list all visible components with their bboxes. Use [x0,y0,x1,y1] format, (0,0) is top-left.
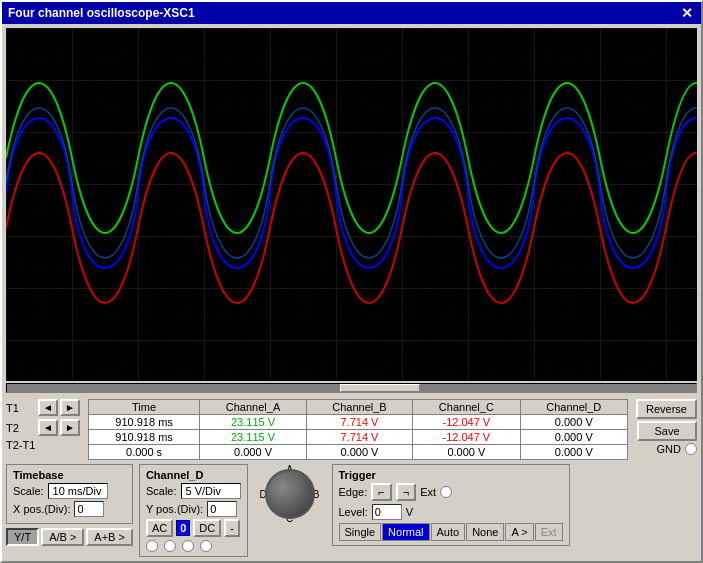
bottom-controls: Timebase Scale: 10 ms/Div X pos.(Div): Y… [6,464,697,557]
t1-row: T1 ◄ ► [6,399,80,416]
table-row-t1: 910.918 ms 23.115 V 7.714 V -12.047 V 0.… [88,415,627,430]
aplusb-button[interactable]: A+B > [86,528,133,546]
title-bar: Four channel oscilloscope-XSC1 ✕ [2,2,701,24]
measurement-table: Time Channel_A Channel_B Channel_C Chann… [88,399,628,460]
t1-left-button[interactable]: ◄ [38,399,58,416]
radio-2[interactable] [164,540,176,552]
t2t1-ch-b: 0.000 V [306,445,412,460]
t1-ch-c: -12.047 V [413,415,520,430]
ch-d-ypos-input[interactable] [207,501,237,517]
controls-area: T1 ◄ ► T2 ◄ ► T2-T1 Time Chan [2,395,701,561]
ext-label: Ext [420,486,436,498]
yt-button[interactable]: Y/T [6,528,39,546]
knob-container: A B C D [260,464,320,524]
ch-d-scale-label: Scale: [146,485,177,497]
zero-button[interactable]: 0 [176,520,190,536]
t2-label: T2 [6,422,36,434]
gnd-row: GND [657,443,697,455]
close-button[interactable]: ✕ [679,5,695,21]
radio-1[interactable] [146,540,158,552]
t2-ch-b: 7.714 V [306,430,412,445]
t1-ch-b: 7.714 V [306,415,412,430]
channel-d-box: Channel_D Scale: 5 V/Div Y pos.(Div): AC… [139,464,248,557]
scrollbar-area [2,381,701,395]
normal-button[interactable]: Normal [382,523,429,541]
scale-value: 10 ms/Div [48,483,108,499]
channel-d-label: Channel_D [146,469,241,481]
t2t1-ch-d: 0.000 V [520,445,627,460]
t2-time: 910.918 ms [88,430,200,445]
cursor-controls: T1 ◄ ► T2 ◄ ► T2-T1 [6,399,80,460]
channel-radios [146,540,241,552]
level-input[interactable] [372,504,402,520]
window-title: Four channel oscilloscope-XSC1 [8,6,195,20]
t2-ch-a: 23.115 V [200,430,306,445]
t1-ch-a: 23.115 V [200,415,306,430]
scale-label: Scale: [13,485,44,497]
trigger-box: Trigger Edge: ⌐ ¬ Ext Level: V Single [332,464,570,546]
channel-knob-area: A B C D [260,464,320,524]
edge-row: Edge: ⌐ ¬ Ext [339,483,563,501]
ch-d-ypos-row: Y pos.(Div): [146,501,241,517]
scrollbar-track[interactable] [6,383,697,393]
single-button[interactable]: Single [339,523,382,541]
auto-button[interactable]: Auto [431,523,466,541]
measurements-row: T1 ◄ ► T2 ◄ ► T2-T1 Time Chan [6,399,697,460]
t1-label: T1 [6,402,36,414]
t1-right-button[interactable]: ► [60,399,80,416]
grid-svg [6,28,697,381]
ext-radio[interactable] [440,486,452,498]
trigger-mode-buttons: Single Normal Auto None A > Ext [339,523,563,541]
channel-knob[interactable] [265,469,315,519]
svg-rect-2 [6,28,697,381]
col-header-channel-d: Channel_D [520,400,627,415]
oscilloscope-screen [6,28,697,381]
ch-d-scale-row: Scale: 5 V/Div [146,483,241,499]
t2-right-button[interactable]: ► [60,419,80,436]
t1-ch-d: 0.000 V [520,415,627,430]
save-button[interactable]: Save [637,421,697,441]
table-row-t2: 910.918 ms 23.115 V 7.714 V -12.047 V 0.… [88,430,627,445]
table-row-t2-t1: 0.000 s 0.000 V 0.000 V 0.000 V 0.000 V [88,445,627,460]
ch-d-scale-value: 5 V/Div [181,483,241,499]
right-buttons: Reverse Save GND [636,399,697,460]
t2-t1-label: T2-T1 [6,439,36,451]
radio-4[interactable] [200,540,212,552]
ext-mode-button[interactable]: Ext [535,523,563,541]
ch-d-ypos-label: Y pos.(Div): [146,503,203,515]
gnd-radio[interactable] [685,443,697,455]
edge-rising-button[interactable]: ⌐ [371,483,391,501]
ac-button[interactable]: AC [146,519,173,537]
timebase-label: Timebase [13,469,126,481]
scrollbar-thumb[interactable] [340,384,420,392]
ext-row: Ext [420,486,452,498]
t1-time: 910.918 ms [88,415,200,430]
t2t1-ch-a: 0.000 V [200,445,306,460]
edge-falling-button[interactable]: ¬ [396,483,416,501]
timebase-section: Timebase Scale: 10 ms/Div X pos.(Div): Y… [6,464,133,546]
reverse-button[interactable]: Reverse [636,399,697,419]
xpos-input[interactable] [74,501,104,517]
scale-row: Scale: 10 ms/Div [13,483,126,499]
col-header-channel-b: Channel_B [306,400,412,415]
level-label: Level: [339,506,368,518]
gnd-label: GND [657,443,681,455]
dc-button[interactable]: DC [193,519,221,537]
radio-3[interactable] [182,540,194,552]
t2-row: T2 ◄ ► [6,419,80,436]
t2t1-ch-c: 0.000 V [413,445,520,460]
t2-left-button[interactable]: ◄ [38,419,58,436]
col-header-channel-a: Channel_A [200,400,306,415]
level-unit: V [406,506,413,518]
ac-dc-row: AC 0 DC - [146,519,241,537]
t2-ch-d: 0.000 V [520,430,627,445]
minus-button[interactable]: - [224,519,240,537]
edge-label: Edge: [339,486,368,498]
col-header-channel-c: Channel_C [413,400,520,415]
t2-t1-row: T2-T1 [6,439,80,451]
none-button[interactable]: None [466,523,504,541]
a-greater-button[interactable]: A > [505,523,533,541]
xpos-label: X pos.(Div): [13,503,70,515]
level-row: Level: V [339,504,563,520]
ab-button[interactable]: A/B > [41,528,84,546]
